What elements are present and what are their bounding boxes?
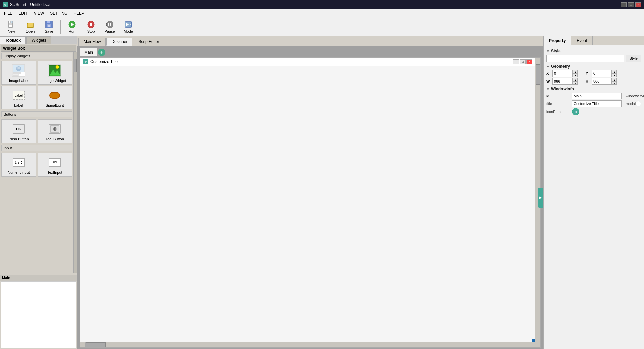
widget-numeric-input[interactable]: 1.2 ▲ ▼ NumericInput — [1, 153, 36, 177]
tab-mainflow[interactable]: MainFlow — [78, 38, 106, 46]
widget-text-input[interactable]: ABI| TextInput — [38, 153, 72, 177]
toolbar-save-label: Save — [45, 29, 53, 33]
x-spin: ▲ ▼ — [552, 70, 578, 77]
toolbar-open-button[interactable]: Open — [21, 19, 39, 35]
svg-point-27 — [56, 65, 59, 69]
widget-push-button-text: Push Button — [9, 137, 29, 141]
design-window-body — [80, 66, 535, 342]
tab-event[interactable]: Event — [571, 36, 593, 45]
style-arrow: ▼ — [546, 49, 550, 53]
widget-image-label[interactable]: ImageLabel — [1, 61, 36, 85]
windowinfo-arrow: ▼ — [546, 87, 550, 91]
left-panel: ToolBox Widgets Widget Box Display Widge… — [0, 36, 77, 349]
design-window-maximize[interactable]: □ — [520, 59, 526, 64]
tab-property[interactable]: Property — [544, 36, 571, 45]
sv-thumb[interactable] — [536, 64, 540, 85]
sh-left-btn[interactable] — [80, 342, 86, 347]
text-input-icon: ABI| — [48, 156, 61, 169]
modal-toggle-knob — [636, 101, 641, 106]
y-spin-up[interactable]: ▲ — [612, 70, 617, 73]
w-input[interactable] — [552, 78, 573, 85]
title-input[interactable] — [572, 100, 622, 107]
tab-scripteditor[interactable]: ScriptEditor — [133, 38, 164, 46]
label-widget-icon: Label — [12, 89, 25, 102]
widget-label[interactable]: Label Label — [1, 86, 36, 109]
h-spin-down[interactable]: ▼ — [612, 81, 617, 85]
sh-thumb[interactable] — [86, 342, 106, 347]
sv-down-btn[interactable] — [535, 337, 540, 342]
svg-rect-1 — [11, 21, 13, 23]
style-button[interactable]: Style — [626, 55, 641, 62]
canvas-tab-main[interactable]: Main — [80, 48, 97, 56]
x-input[interactable] — [552, 70, 573, 77]
menu-file[interactable]: FILE — [1, 10, 15, 16]
menu-bar: FILE EDIT VIEW SETTING HELP — [0, 9, 644, 17]
w-spin: ▲ ▼ — [552, 78, 578, 85]
x-spin-up[interactable]: ▲ — [573, 70, 578, 73]
input-header[interactable]: Input — [1, 145, 72, 151]
minimize-button[interactable]: _ — [621, 2, 627, 7]
design-window-minimize[interactable]: _ — [513, 59, 519, 64]
toolbar-stop-button[interactable]: Stop — [82, 19, 100, 35]
y-spin-down[interactable]: ▼ — [612, 73, 617, 77]
id-label: id — [546, 94, 570, 98]
widget-tool-button[interactable]: Tool Button — [38, 119, 72, 143]
add-canvas-tab-button[interactable]: + — [98, 49, 105, 56]
surface-scrollbar-h[interactable] — [80, 342, 535, 347]
toolbar-save-button[interactable]: Save — [40, 19, 58, 35]
tool-button-icon — [48, 122, 61, 136]
widget-image-widget[interactable]: Image Widget — [38, 61, 72, 85]
tab-widgets[interactable]: Widgets — [26, 36, 51, 44]
green-fab-button[interactable]: ▶ — [538, 188, 543, 208]
sv-up-btn[interactable] — [535, 58, 540, 63]
h-input[interactable] — [592, 78, 612, 85]
widget-label-text: Label — [14, 103, 23, 107]
style-section-title: ▼ Style — [546, 49, 641, 53]
display-widgets-header[interactable]: Display Widgets — [1, 53, 72, 59]
toolbar-new-button[interactable]: New — [3, 19, 20, 35]
left-panel-scrollbar[interactable] — [73, 52, 77, 273]
tab-designer[interactable]: Designer — [106, 38, 132, 46]
menu-help[interactable]: HELP — [71, 10, 87, 16]
app-title: SciSmart - Untitled.sci — [10, 2, 50, 7]
toolbar-pause-button[interactable]: Pause — [101, 19, 118, 35]
right-panel: Property Event ▼ Style Style ▼ Geometry … — [543, 36, 644, 349]
toolbar-mode-button[interactable]: Mode — [120, 19, 137, 35]
maximize-button[interactable]: □ — [628, 2, 634, 7]
close-button[interactable]: × — [635, 2, 641, 7]
buttons-header[interactable]: Buttons — [1, 111, 72, 117]
design-surface[interactable]: ⊕ Customize Title _ □ × — [80, 57, 541, 348]
widget-push-button[interactable]: OK Push Button — [1, 119, 36, 143]
windowinfo-title: WindowInfo — [551, 87, 574, 91]
resize-handle-br[interactable] — [532, 339, 535, 342]
main-section-content — [1, 281, 76, 348]
iconpath-button[interactable]: ⊕ — [572, 108, 579, 115]
fab-label: ▶ — [539, 196, 543, 199]
tab-toolbox[interactable]: ToolBox — [0, 36, 26, 44]
id-input[interactable] — [572, 93, 622, 99]
widget-image-label-text: ImageLabel — [9, 79, 29, 83]
toolbar-new-label: New — [8, 29, 15, 33]
canvas-tab-main-label: Main — [84, 50, 93, 55]
menu-setting[interactable]: SETTING — [47, 10, 70, 16]
svg-rect-14 — [108, 23, 109, 26]
widget-signal-light[interactable]: SignalLight — [38, 86, 72, 109]
svg-rect-24 — [13, 74, 18, 76]
menu-view[interactable]: VIEW — [31, 10, 47, 16]
menu-edit[interactable]: EDIT — [16, 10, 30, 16]
toolbar-run-label: Run — [69, 29, 75, 33]
svg-rect-12 — [90, 23, 92, 26]
w-spin-down[interactable]: ▼ — [573, 81, 578, 85]
left-scrollbar-thumb[interactable] — [74, 59, 77, 72]
design-window-close[interactable]: × — [526, 59, 532, 64]
y-input[interactable] — [592, 70, 612, 77]
toolbar-run-button[interactable]: Run — [63, 19, 81, 35]
style-input[interactable] — [546, 55, 624, 62]
modal-toggle[interactable] — [641, 101, 641, 107]
h-spin-up[interactable]: ▲ — [612, 78, 617, 81]
style-row: Style — [546, 55, 641, 62]
w-spin-up[interactable]: ▲ — [573, 78, 578, 81]
x-spin-down[interactable]: ▼ — [573, 73, 578, 77]
svg-rect-23 — [13, 72, 21, 74]
canvas-tabs: Main + — [77, 46, 543, 56]
